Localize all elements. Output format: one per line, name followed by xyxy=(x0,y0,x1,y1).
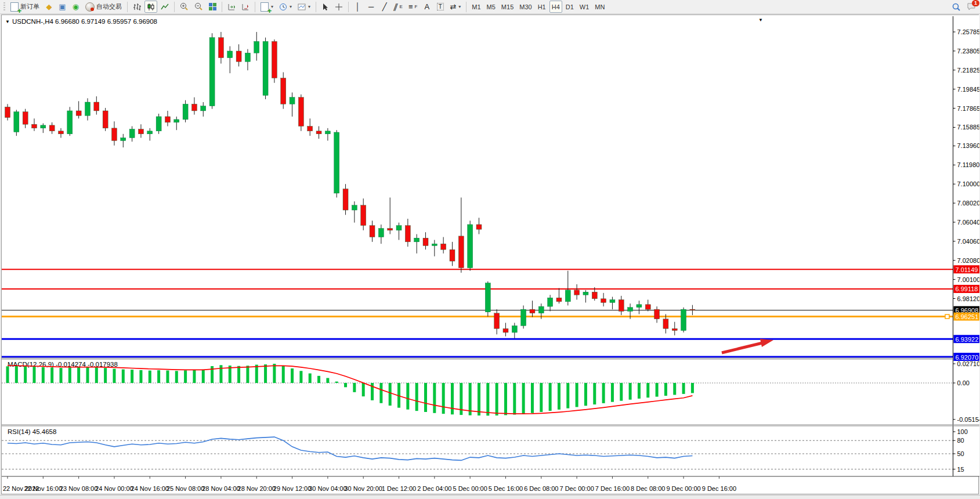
rsi-tick-label: 50 xyxy=(957,450,964,457)
horizontal-price-lines[interactable] xyxy=(2,269,953,357)
text-label-button[interactable]: T xyxy=(434,1,446,13)
time-tick-label: 6 Dec 08:00 xyxy=(524,485,558,492)
vertical-line-button[interactable]: │ xyxy=(352,1,364,13)
candlestick-mode-button[interactable] xyxy=(144,1,157,13)
separator xyxy=(222,2,222,12)
macd-hist-bar xyxy=(202,370,205,383)
text-button[interactable]: A xyxy=(421,1,433,13)
candle-body xyxy=(681,309,686,331)
rsi-tick-label: 100 xyxy=(957,428,968,435)
charts-window-button[interactable]: ▣ xyxy=(56,1,68,13)
timeframe-h4-button[interactable]: H4 xyxy=(549,1,562,13)
macd-hist-bar xyxy=(353,383,356,392)
templates-button[interactable]: ▾ xyxy=(295,1,313,13)
timeframe-m1-button[interactable]: M1 xyxy=(469,1,483,13)
horizontal-line-button[interactable]: ─ xyxy=(365,1,377,13)
equidistant-channel-button[interactable]: ∥E xyxy=(392,1,405,13)
message-count-badge: 1 xyxy=(972,0,979,6)
macd-hist-bar xyxy=(68,367,71,383)
macd-hist-bar xyxy=(531,383,534,413)
zoom-out-button[interactable] xyxy=(192,1,205,13)
timeframe-h1-button[interactable]: H1 xyxy=(536,1,548,13)
gold-button[interactable]: ◆ xyxy=(43,1,55,13)
chart-canvas[interactable]: ▼ USDCNH-,H4 6.96680 6.97149 6.95957 6.9… xyxy=(2,15,979,495)
macd-hist-bar xyxy=(379,383,382,403)
macd-hist-bar xyxy=(184,370,187,383)
candle-body xyxy=(334,132,339,193)
time-tick-label: 24 Nov 16:00 xyxy=(131,485,169,492)
timeframe-label: H1 xyxy=(538,3,546,10)
candle-body xyxy=(316,131,321,134)
chart-collapse-icon[interactable]: ▼ xyxy=(5,19,10,24)
autotrading-button[interactable]: 自动交易 xyxy=(83,1,124,13)
cursor-button[interactable] xyxy=(319,1,331,13)
price-badge-label: 6.93922 xyxy=(956,336,979,343)
timeframe-m30-button[interactable]: M30 xyxy=(517,1,534,13)
periods-button[interactable]: ▾ xyxy=(277,1,294,13)
separator xyxy=(348,2,349,12)
timeframe-m5-button[interactable]: M5 xyxy=(484,1,498,13)
timeframe-mn-button[interactable]: MN xyxy=(592,1,607,13)
arrows-icon: ⇄ xyxy=(450,3,456,10)
candle-body xyxy=(308,126,313,131)
chart-window[interactable]: ▼ USDCNH-,H4 6.96680 6.97149 6.95957 6.9… xyxy=(1,15,979,494)
trendline-button[interactable]: ╱ xyxy=(378,1,390,13)
candle-body xyxy=(458,236,464,268)
macd-hist-bar xyxy=(95,367,98,383)
candle-body xyxy=(565,290,570,302)
macd-hist-bar xyxy=(246,366,249,383)
fibonacci-button[interactable]: ≡F xyxy=(406,1,420,13)
macd-hist-bar xyxy=(193,370,196,383)
autoscroll-button[interactable] xyxy=(225,1,238,13)
candle-body xyxy=(432,244,437,245)
bar-chart-mode-button[interactable] xyxy=(131,1,143,13)
candle-body xyxy=(5,107,10,117)
signal-button[interactable]: ◉ xyxy=(70,1,82,13)
candle-body xyxy=(121,138,126,140)
timeframe-d1-button[interactable]: D1 xyxy=(563,1,576,13)
arrow-shaft[interactable] xyxy=(722,343,762,353)
search-button[interactable] xyxy=(949,1,963,13)
plus-icon: + xyxy=(267,8,272,14)
candle-body xyxy=(583,292,588,295)
tile-windows-button[interactable] xyxy=(207,1,219,13)
time-tick-label: 5 Dec 16:00 xyxy=(489,485,523,492)
macd-hist-bar xyxy=(682,383,685,394)
messages-button[interactable]: 1 xyxy=(964,1,978,13)
indicators-button[interactable]: + ▾ xyxy=(258,1,276,13)
price-tick-label: 7.02080 xyxy=(957,257,980,264)
candle-body xyxy=(14,112,19,132)
candle-body xyxy=(592,292,597,299)
chart-shift-button[interactable] xyxy=(239,1,252,13)
new-order-label: 新订单 xyxy=(20,2,39,11)
scroll-end-marker[interactable]: ▼ xyxy=(758,17,763,23)
line-chart-mode-button[interactable] xyxy=(158,1,171,13)
macd-signal-line xyxy=(8,366,692,414)
candle-body xyxy=(31,124,37,128)
arrows-button[interactable]: ⇄ ▾ xyxy=(447,1,463,13)
candle-body xyxy=(628,308,633,312)
arrow-head[interactable] xyxy=(760,339,773,347)
macd-hist-bar xyxy=(638,383,641,399)
crosshair-button[interactable] xyxy=(332,1,345,13)
candle-body xyxy=(450,250,455,261)
price-tick-label: 7.21825 xyxy=(957,67,980,74)
candle-body xyxy=(147,131,153,134)
new-order-button[interactable]: + 新订单 xyxy=(8,1,42,13)
macd-hist-bar xyxy=(629,383,632,400)
channel-e-label: E xyxy=(400,4,403,9)
candle-body xyxy=(672,328,677,330)
timeframe-w1-button[interactable]: W1 xyxy=(577,1,592,13)
macd-hist-bar xyxy=(549,383,552,411)
macd-hist-bar xyxy=(122,370,125,383)
candle-body xyxy=(619,300,624,312)
orange-line-handle[interactable] xyxy=(945,314,949,319)
arrow-object[interactable] xyxy=(722,339,773,353)
zoom-in-button[interactable] xyxy=(178,1,191,13)
timeframe-m15-button[interactable]: M15 xyxy=(499,1,516,13)
candle-body xyxy=(111,128,117,141)
toolbar-grip[interactable] xyxy=(3,2,5,12)
signal-icon: ◉ xyxy=(73,3,79,10)
time-tick-label: 23 Nov 08:00 xyxy=(60,485,97,492)
macd-hist-bar xyxy=(566,383,569,408)
